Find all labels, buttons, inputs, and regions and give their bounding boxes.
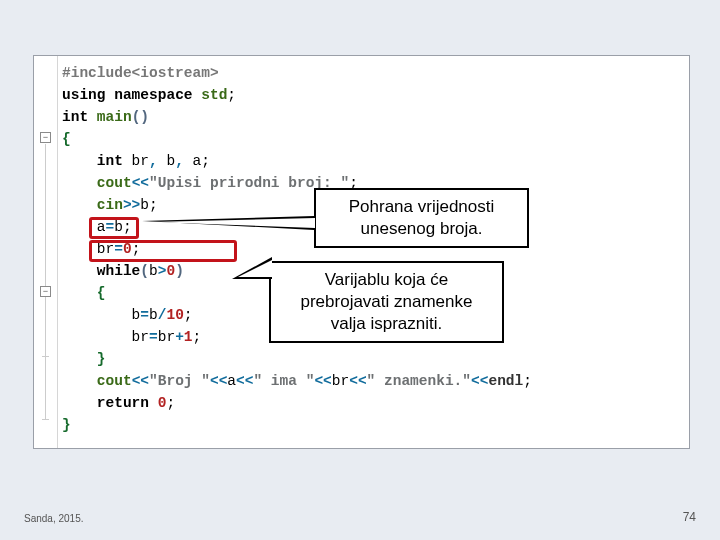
code-line: } [62, 348, 683, 370]
code-line: { [62, 128, 683, 150]
code-line: #include<iostream> [62, 62, 683, 84]
fold-icon[interactable]: − [40, 132, 51, 143]
code-line: using namespace std; [62, 84, 683, 106]
footer-author: Sanda, 2015. [24, 513, 84, 524]
callout-bottom: Varijablu koja će prebrojavati znamenke … [269, 261, 504, 343]
gutter: − − [34, 56, 58, 448]
callout-text: valja isprazniti. [285, 313, 488, 335]
code-line: } [62, 414, 683, 436]
callout-text: unesenog broja. [330, 218, 513, 240]
code-line: cout<<"Broj "<<a<<" ima "<<br<<" znamenk… [62, 370, 683, 392]
code-line: return 0; [62, 392, 683, 414]
code-line: int br, b, a; [62, 150, 683, 172]
code-line: int main() [62, 106, 683, 128]
callout-text: Pohrana vrijednosti [330, 196, 513, 218]
page-number: 74 [683, 510, 696, 524]
code-panel: − − #include<iostream>using namespace st… [33, 55, 690, 449]
fold-icon[interactable]: − [40, 286, 51, 297]
callout-top: Pohrana vrijednosti unesenog broja. [314, 188, 529, 248]
callout-text: Varijablu koja će [285, 269, 488, 291]
callout-text: prebrojavati znamenke [285, 291, 488, 313]
code-content: #include<iostream>using namespace std;in… [62, 62, 683, 436]
